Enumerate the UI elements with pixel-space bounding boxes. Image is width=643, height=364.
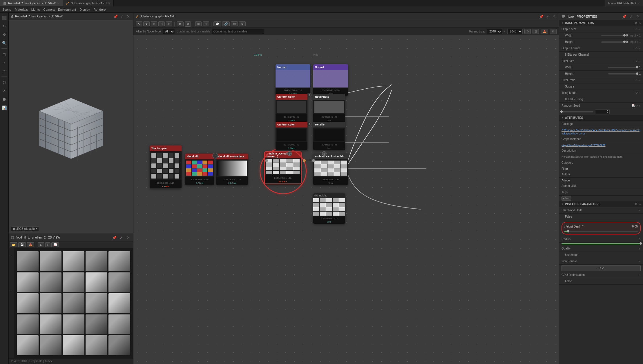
tab-3d-view[interactable]: Rounded Cube - OpenGL - 3D VIEW ✕: [0, 0, 63, 6]
toolbar-unlink[interactable]: ⛓: [231, 21, 238, 26]
settings-btn[interactable]: ⚙: [550, 29, 557, 34]
2d-info-btn[interactable]: ℹ: [45, 242, 50, 247]
chart-btn[interactable]: 📊: [1, 104, 8, 111]
pin-icon[interactable]: 📌: [113, 14, 118, 19]
node-flood-fill[interactable]: Flood Fill 2048x2048 - C16 6.79ms: [185, 154, 214, 185]
node-uniform1[interactable]: Uniform Color 2048x2048 - I8 0.03ms: [276, 94, 307, 122]
pin-graph-icon[interactable]: 📌: [539, 14, 544, 19]
tab-graph[interactable]: Substance_graph - GRAPH ✕: [63, 0, 114, 6]
nav-arrow-left[interactable]: ‹: [10, 256, 13, 257]
2d-save-btn[interactable]: 💾: [18, 242, 26, 247]
close-graph-icon[interactable]: ✕: [551, 14, 557, 19]
pan-btn[interactable]: ✥: [1, 31, 8, 38]
instance-icon2[interactable]: ↘: [638, 203, 641, 206]
toolbar-cook[interactable]: ♻: [239, 21, 246, 26]
node-hbao-main[interactable]: Ambient Occlusion (HBAO...) 2048x2048 - …: [264, 151, 302, 184]
toolbar-delete[interactable]: 🗑: [177, 21, 184, 26]
output-format-icon2[interactable]: ↘: [638, 47, 641, 50]
toolbar-fit[interactable]: ⊡: [166, 21, 172, 26]
section-attributes[interactable]: ▼ ATTRIBUTES: [559, 115, 643, 121]
pixel-size-icon2[interactable]: ↘: [638, 59, 641, 63]
gpu-icon[interactable]: ↘: [638, 273, 641, 276]
section-instance-params[interactable]: ▼ INSTANCE PARAMETERS ⟳ ↘: [559, 201, 643, 207]
output-size-icon2[interactable]: ↘: [638, 28, 641, 31]
output-size-icon1[interactable]: ⟳: [635, 28, 638, 31]
close-props-icon[interactable]: ✕: [635, 14, 641, 19]
node-hbao-out[interactable]: Ambient Occlusion (hb... 2048x2048 - L16…: [313, 154, 348, 185]
width-slider[interactable]: [601, 35, 624, 36]
toolbar-pan[interactable]: ✥: [143, 21, 150, 26]
tiling-icon1[interactable]: ⟳: [635, 91, 638, 94]
toolbar-zoom-out[interactable]: ⊖: [158, 21, 165, 26]
node-flood-fill-gradient[interactable]: Flood Fill to Gradient 2048x2048 - L16 0…: [216, 154, 248, 185]
graph-canvas[interactable]: Tile Sampler: [133, 35, 559, 364]
color-selector[interactable]: ■ sRGB (default) ▾: [11, 226, 39, 231]
close-2d-icon[interactable]: ✕: [126, 235, 131, 240]
menu-camera[interactable]: Camera: [43, 8, 55, 11]
rotate2-btn[interactable]: ⟳: [1, 67, 8, 75]
view-3d-btn[interactable]: ⬛: [1, 14, 8, 21]
pixel-size-icon1[interactable]: ⟳: [635, 59, 638, 63]
toolbar-comment[interactable]: 💬: [213, 21, 221, 26]
zoom-btn[interactable]: 🔍: [1, 39, 8, 47]
node-metallic[interactable]: Metallic 2048x2048 - I8 0ms: [313, 122, 345, 150]
tab-graph-close[interactable]: ✕: [108, 2, 111, 5]
toolbar-zoom-in[interactable]: ⊕: [151, 21, 157, 26]
env-btn[interactable]: ⬟: [1, 95, 8, 103]
pin-2d-icon[interactable]: 📌: [112, 235, 117, 240]
output-format-icon1[interactable]: ⟳: [635, 47, 638, 50]
section-base-params[interactable]: ▼ BASE PARAMETERS ⟳ ↘: [559, 20, 643, 26]
menu-materials[interactable]: Materials: [15, 8, 28, 11]
random-icon2[interactable]: ⟳: [635, 104, 638, 107]
export-btn2[interactable]: 📤: [541, 29, 548, 34]
base-params-icon2[interactable]: ↘: [638, 21, 641, 25]
toolbar-duplicate[interactable]: ⧉: [185, 21, 191, 27]
instance-icon1[interactable]: ⟳: [635, 203, 637, 206]
mesh-btn[interactable]: ⬡: [1, 79, 8, 86]
move-btn[interactable]: ↕: [1, 59, 8, 66]
expand-props-icon[interactable]: ⤢: [628, 14, 634, 19]
view-all-btn[interactable]: ⊡: [532, 29, 539, 34]
parent-size-select2[interactable]: 2048: [507, 29, 523, 34]
filter-type-select[interactable]: All: [163, 29, 175, 34]
tab-properties[interactable]: hbao - PROPERTIES ✕: [605, 0, 643, 6]
tiling-icon2[interactable]: ↘: [638, 91, 641, 94]
node-roughness[interactable]: Roughness 2048x2048 - I8 0ms: [313, 94, 345, 122]
toolbar-layout[interactable]: ⊞: [195, 21, 202, 26]
pixel-height-slider[interactable]: [608, 73, 637, 74]
light-btn[interactable]: ☀: [1, 87, 8, 94]
package-val[interactable]: C:/Program Files/Adobe/Adobe Substance 3…: [562, 129, 640, 135]
menu-lights[interactable]: Lights: [31, 8, 40, 11]
pixel-ratio-icon2[interactable]: ↘: [638, 79, 641, 82]
non-square-icon[interactable]: ↘: [638, 260, 641, 263]
select-btn[interactable]: ◻: [1, 50, 8, 58]
node-height[interactable]: ⚙ Height 2048x2048 - L16 0ms: [313, 193, 345, 224]
graph-instance-val[interactable]: pkg://hbao?dependency=1297162667: [562, 144, 605, 147]
non-square-button[interactable]: True: [562, 265, 641, 271]
toolbar-grid[interactable]: ⊟: [203, 21, 209, 26]
expand-2d-icon[interactable]: ⤢: [119, 235, 124, 240]
nav-arrow-right[interactable]: ›: [10, 290, 13, 291]
2d-export-btn[interactable]: 📤: [27, 242, 34, 247]
2d-fit-btn[interactable]: ⊡: [38, 242, 44, 247]
node-normal2[interactable]: Normal 2048x2048 - C16 0ms: [313, 64, 348, 96]
quality-icon[interactable]: ↘: [638, 247, 641, 250]
2d-open-btn[interactable]: 📂: [10, 242, 17, 247]
node-normal1[interactable]: Normal 2048x2048 - C16 0.12ms: [276, 64, 310, 96]
pin-props-icon[interactable]: 📌: [622, 14, 627, 19]
close-view-icon[interactable]: ✕: [126, 14, 131, 19]
world-units-icon[interactable]: ↘: [638, 209, 641, 212]
random-seed-slider[interactable]: [562, 111, 593, 112]
refresh-btn[interactable]: ↻: [524, 29, 531, 34]
pixel-width-slider[interactable]: [608, 67, 637, 68]
tab-properties-close[interactable]: ✕: [637, 2, 640, 5]
height-depth-slider[interactable]: [564, 231, 638, 232]
node-tile-sampler[interactable]: Tile Sampler: [150, 145, 182, 188]
node-uniform2[interactable]: Uniform Color 2048x2048 - I8 0.04ms: [276, 122, 307, 150]
2d-histogram-btn[interactable]: 📈: [51, 242, 59, 247]
rotate-btn[interactable]: ↻: [1, 22, 8, 30]
radius-slider[interactable]: [562, 243, 641, 244]
random-icon1[interactable]: 🎲: [631, 104, 635, 107]
random-icon3[interactable]: ↘: [638, 104, 641, 107]
expand-icon[interactable]: ⤢: [119, 14, 124, 19]
